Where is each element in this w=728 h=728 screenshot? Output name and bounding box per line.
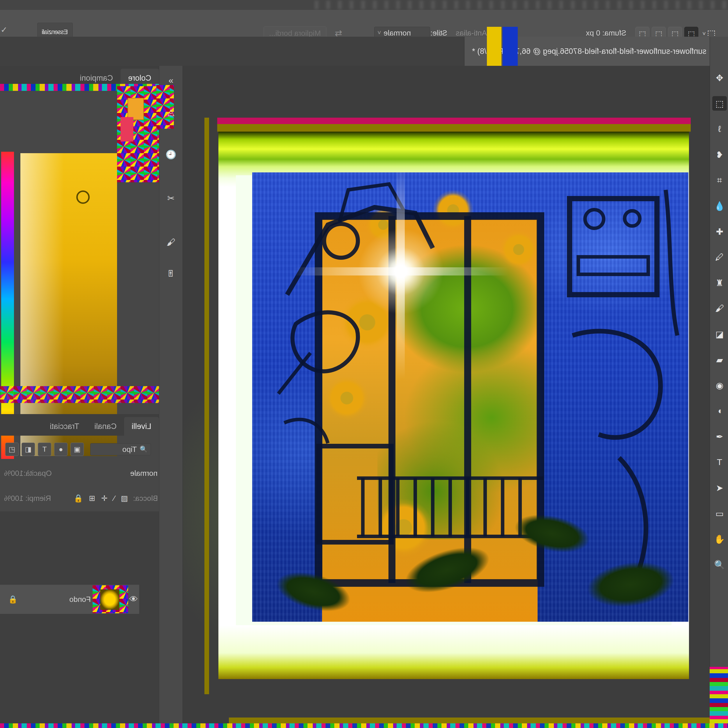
commit-check-icon[interactable]: ✓ (1, 25, 7, 35)
gradient-tool[interactable]: ▰ (712, 352, 727, 367)
blur-tool[interactable]: ◉ (712, 378, 727, 393)
layer-row-fondo[interactable]: 🔒 Fondo 👁 (0, 585, 139, 614)
photoshop-window: { "app": { "workspace_label": "Essenzial… (0, 0, 728, 728)
fill-label: Riempi: (25, 494, 51, 503)
lock-artboard-icon[interactable]: ⊞ (89, 494, 95, 503)
clone-stamp-tool[interactable]: ♜ (712, 275, 727, 290)
blend-opacity-row: 100% Opacità: normale ˅ (0, 463, 167, 483)
zoom-tool[interactable]: 🔍 (712, 557, 727, 572)
lock-buttons: 🔒 ⊞ ✛ ∕ ▨ (71, 494, 130, 503)
brush-settings-icon[interactable]: 🖌 (164, 235, 179, 250)
style-label: Stile: (430, 29, 447, 38)
left-dock: Campioni Colore Tracciati Canali Livelli… (0, 66, 159, 728)
tab-livelli[interactable]: Livelli (124, 417, 159, 436)
glitch-strip-bottom-edge (0, 723, 728, 728)
layers-panel-tabs: Tracciati Canali Livelli (0, 414, 159, 436)
move-tool[interactable]: ✥ (712, 70, 727, 85)
lock-position-icon[interactable]: ✛ (101, 494, 108, 503)
history-icon[interactable]: 🕘 (164, 147, 179, 162)
path-select-tool[interactable]: ➤ (712, 480, 727, 495)
crop-tool[interactable]: ⌗ (712, 173, 727, 188)
hue-slider[interactable] (1, 152, 14, 459)
layer-list (0, 511, 159, 728)
filter-adjustment-icon[interactable]: ◨ (21, 443, 35, 456)
lock-label: Blocca: (133, 494, 158, 503)
lens-flare (340, 210, 462, 333)
glitch-corner (710, 667, 728, 728)
glitch-line-olive-left (205, 118, 209, 694)
hand-tool[interactable]: ✋ (712, 532, 727, 546)
marquee-tool[interactable]: ⬚ (712, 96, 727, 111)
opacity-label: Opacità: (24, 469, 52, 478)
healing-brush-tool[interactable]: ✚ (712, 224, 727, 239)
lock-all-icon[interactable]: 🔒 (74, 494, 83, 503)
glitch-block-yellow (487, 27, 502, 67)
saturation-brightness-field[interactable] (20, 153, 117, 456)
color-picker-marker[interactable] (76, 190, 90, 204)
menu-bar-text-blur (315, 1, 728, 9)
glitch-block-blue (503, 27, 518, 71)
opacity-value[interactable]: 100% (4, 469, 24, 478)
search-icon: 🔍 (140, 445, 148, 453)
feather-field[interactable]: Sfuma: 0 px (586, 29, 626, 38)
eraser-tool[interactable]: ◪ (712, 327, 727, 341)
type-tool[interactable]: T (712, 455, 727, 470)
blend-mode-select[interactable]: normale ˅ (130, 469, 163, 478)
foreground-color-swatch[interactable] (127, 98, 144, 120)
styles-icon[interactable]: ✂ (164, 190, 179, 206)
glitch-line-olive (217, 124, 691, 132)
shape-tool[interactable]: ▭ (712, 506, 727, 521)
history-brush-tool[interactable]: 🖌 (712, 301, 727, 316)
options-bar: ✓ Essenziali Migliora bordi... ⇄ ˅ norma… (0, 10, 728, 37)
lasso-tool[interactable]: ℓ (712, 122, 727, 136)
filter-effect-icon[interactable]: ● (54, 443, 67, 456)
workspace-label: Essenziali (42, 28, 68, 36)
artwork-image (252, 172, 688, 622)
lock-transparency-icon[interactable]: ▨ (121, 494, 128, 503)
glitch-strip-bottom (0, 386, 159, 403)
layer-visibility-eye-icon[interactable]: 👁 (129, 594, 138, 604)
background-color-swatch[interactable] (121, 117, 133, 142)
brush-tool[interactable]: 🖊 (712, 250, 727, 265)
menu-bar (0, 0, 728, 10)
fill-value[interactable]: 100% (4, 494, 24, 503)
properties-icon[interactable]: ◬ (164, 104, 179, 119)
eyedropper-tool[interactable]: 💧 (712, 199, 727, 213)
collapsed-panel-dock: « ◬ 🕘 ✂ 🖌 🎚 (159, 66, 183, 728)
toolbox: ✥⬚ℓ❥⌗💧✚🖊♜🖌◪▰◉◖✒T➤▭✋🔍 (710, 37, 728, 728)
layer-lock-badge-icon: 🔒 (8, 595, 17, 604)
artwork-frame (217, 118, 691, 728)
layer-thumbnail[interactable] (93, 585, 128, 613)
pen-tool[interactable]: ✒ (712, 429, 727, 444)
canvas-area[interactable] (183, 66, 710, 728)
adjustments-icon[interactable]: 🎚 (164, 266, 179, 281)
layer-name: Fondo (69, 595, 91, 604)
filter-type-icon[interactable]: T (38, 443, 51, 456)
filter-kind-select[interactable]: Tipo 🔍 (90, 443, 151, 456)
lock-paint-icon[interactable]: ∕ (113, 494, 115, 503)
dodge-tool[interactable]: ◖ (712, 404, 727, 418)
quick-selection-tool[interactable]: ❥ (712, 147, 727, 162)
glitch-line-crimson (217, 118, 691, 124)
filter-smart-object-icon[interactable]: ◳ (5, 443, 18, 456)
filter-pixel-icon[interactable]: ▣ (70, 443, 84, 456)
layer-filter-row: ◳ ◨ T ● ▣ Tipo 🔍 (0, 439, 164, 459)
lock-fill-row: 100% Riempi: 🔒 ⊞ ✛ ∕ ▨ Blocca: (0, 489, 167, 508)
tab-canali[interactable]: Canali (87, 417, 124, 436)
tab-tracciati[interactable]: Tracciati (42, 417, 87, 436)
